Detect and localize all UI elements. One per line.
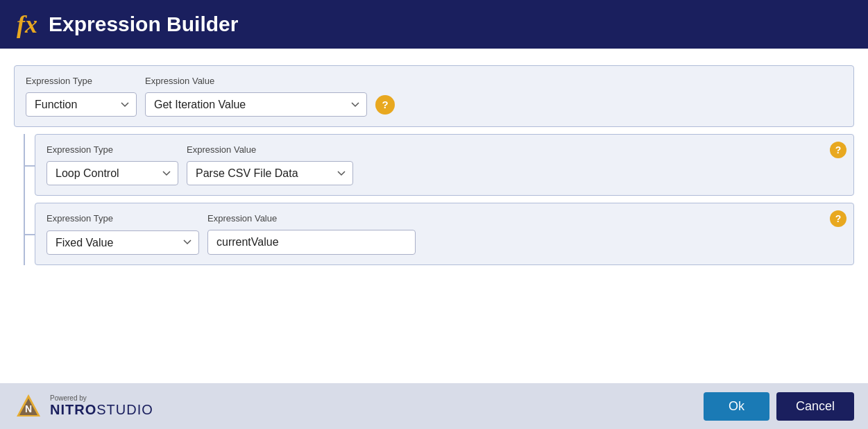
expr3-value-input[interactable]: [207, 230, 416, 255]
ok-button[interactable]: Ok: [704, 392, 769, 421]
powered-by-text: Powered by: [50, 394, 153, 402]
svg-text:N: N: [25, 403, 32, 414]
expr1-value-select[interactable]: Get Iteration Value Get Variable Set Var…: [145, 92, 367, 117]
expr1-help-button[interactable]: ?: [375, 95, 395, 115]
expr1-type-select[interactable]: Function Fixed Value Loop Control: [26, 92, 137, 117]
expr2-type-label: Expression Type: [46, 144, 178, 155]
header: fx Expression Builder: [0, 0, 868, 49]
expression-card-3: ? Expression Type Expression Value Funct…: [35, 203, 854, 265]
logo-area: N Powered by NITRO STUDIO: [14, 392, 153, 421]
footer-buttons: Ok Cancel: [704, 392, 854, 421]
expr3-help-button[interactable]: ?: [830, 210, 846, 227]
brand-nitro: NITRO: [50, 402, 96, 418]
expr2-value-select[interactable]: Parse CSV File Data Read File Write File: [187, 161, 353, 185]
fx-icon: fx: [17, 10, 37, 39]
main-content: Expression Type Expression Value Functio…: [0, 49, 868, 383]
expr3-type-select[interactable]: Function Fixed Value Loop Control: [46, 230, 199, 255]
expr2-type-select[interactable]: Function Fixed Value Loop Control: [46, 161, 178, 185]
footer: N Powered by NITRO STUDIO Ok Cancel: [0, 383, 868, 429]
expression-card-1: Expression Type Expression Value Functio…: [14, 65, 854, 127]
expr3-value-label: Expression Value: [207, 213, 416, 224]
nitro-logo-icon: N: [14, 392, 43, 421]
expression-card-2: ? Expression Type Expression Value Funct…: [35, 134, 854, 196]
app-title: Expression Builder: [49, 12, 238, 36]
expr3-type-label: Expression Type: [46, 213, 199, 224]
brand-studio: STUDIO: [96, 402, 153, 418]
expr1-type-label: Expression Type: [26, 76, 137, 86]
logo-text: Powered by NITRO STUDIO: [50, 394, 153, 418]
expr1-value-label: Expression Value: [145, 76, 367, 86]
expr2-help-button[interactable]: ?: [830, 142, 846, 158]
cancel-button[interactable]: Cancel: [776, 392, 854, 421]
expr2-value-label: Expression Value: [187, 144, 353, 155]
